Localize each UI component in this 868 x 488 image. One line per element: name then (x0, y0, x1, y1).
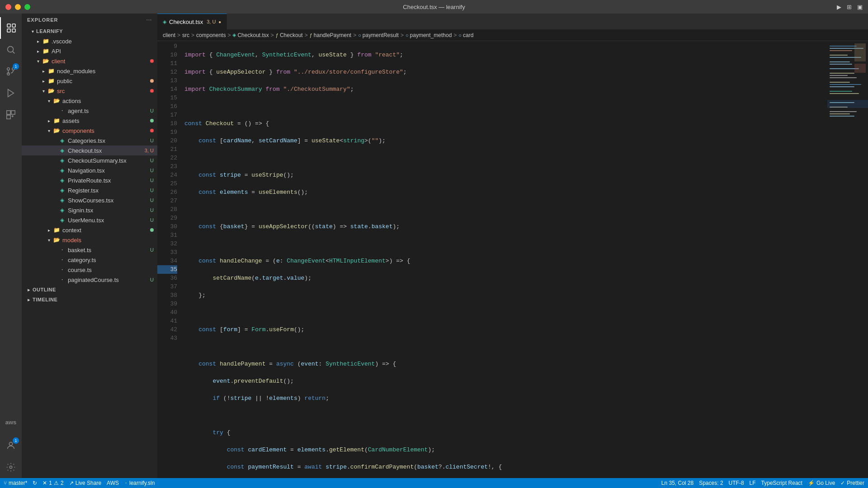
layout-icon[interactable]: ▣ (857, 4, 863, 10)
tree-item-client[interactable]: 📂 client (22, 56, 157, 66)
line-ending-status[interactable]: LF (750, 480, 756, 486)
sync-status[interactable]: ↻ (33, 480, 37, 486)
settings-activity-icon[interactable] (0, 456, 22, 478)
tree-item-actions[interactable]: 📂 actions (22, 96, 157, 106)
extensions-activity-icon[interactable] (0, 104, 22, 126)
breadcrumb-payment-method[interactable]: ○ payment_method (406, 32, 452, 38)
src-folder-icon: 📂 (47, 87, 55, 95)
tree-item-node-modules[interactable]: 📁 node_modules (22, 66, 157, 76)
aws-status[interactable]: AWS (107, 480, 119, 486)
svg-point-14 (9, 466, 12, 469)
tab-checkout[interactable]: ◈ Checkout.tsx 3, U ● (157, 14, 227, 29)
go-live-status[interactable]: ⚡ Go Live (808, 480, 835, 486)
tree-item-context[interactable]: 📁 context (22, 225, 157, 235)
go-live-label: Go Live (816, 480, 835, 486)
errors-status[interactable]: ✕ 1 ⚠ 2 (42, 480, 63, 486)
run-icon[interactable]: ▶ (837, 4, 841, 10)
live-share-status[interactable]: ↗ Live Share (69, 480, 101, 486)
tree-item-learnify[interactable]: LEARNIFY (22, 26, 157, 36)
tree-item-signin[interactable]: ◈ Signin.tsx U (22, 205, 157, 215)
tree-item-checkoutsummary[interactable]: ◈ CheckoutSummary.tsx U (22, 155, 157, 165)
breadcrumb-client[interactable]: client (163, 32, 175, 38)
showcourses-badge: U (150, 197, 154, 203)
categories-badge: U (150, 138, 154, 143)
tree-item-course[interactable]: ⬝ course.ts (22, 265, 157, 275)
checkout-file-icon: ◈ (58, 146, 66, 155)
tree-item-components[interactable]: 📂 components (22, 126, 157, 136)
maximize-button[interactable] (24, 4, 30, 10)
code-line-21: const handleChange = (e: ChangeEvent<HTM… (181, 257, 827, 265)
outline-section-header[interactable]: OUTLINE (22, 285, 157, 295)
code-line-24 (181, 308, 827, 317)
actions-folder-icon: 📂 (52, 97, 61, 105)
account-activity-icon[interactable]: 1 (0, 435, 22, 456)
solution-status[interactable]: ⬝ learnify.sln (124, 480, 155, 486)
code-line-11: import CheckoutSummary from "./CheckoutS… (181, 85, 827, 94)
tree-item-agent[interactable]: ⬝ agent.ts U (22, 106, 157, 116)
window-controls[interactable] (5, 4, 30, 10)
breadcrumb-handlepayment[interactable]: ƒ handlePayment (310, 32, 352, 38)
code-editor[interactable]: 9101112 13141516 17181920 21222324 25262… (157, 41, 868, 478)
tree-item-register[interactable]: ◈ Register.tsx U (22, 185, 157, 195)
git-branch-status[interactable]: ⑂ master* (4, 480, 27, 486)
encoding-status[interactable]: UTF-8 (729, 480, 744, 486)
breadcrumb-src[interactable]: src (182, 32, 189, 38)
prettier-icon: ✓ (840, 480, 845, 486)
breadcrumb-paymentresult[interactable]: ○ paymentResult (358, 32, 399, 38)
search-activity-icon[interactable] (0, 39, 22, 61)
tree-item-api[interactable]: 📁 API (22, 46, 157, 56)
svg-rect-21 (830, 61, 850, 62)
explorer-activity-icon[interactable] (0, 17, 22, 39)
prettier-status[interactable]: ✓ Prettier (840, 480, 864, 486)
code-content[interactable]: import { ChangeEvent, SyntheticEvent, us… (181, 41, 827, 478)
tree-item-privateroute[interactable]: ◈ PrivateRoute.tsx U (22, 175, 157, 185)
tree-item-paginated-course[interactable]: ⬝ paginatedCourse.ts U (22, 275, 157, 285)
file-tree[interactable]: LEARNIFY 📁 .vscode 📁 API 📂 client (22, 26, 157, 478)
tree-item-basket[interactable]: ⬝ basket.ts U (22, 245, 157, 255)
breadcrumb-tsx-icon: ◈ (232, 32, 236, 38)
close-button[interactable] (5, 4, 11, 10)
title-bar-actions[interactable]: ▶ ⊞ ▣ (837, 4, 863, 10)
breadcrumb-checkout-tsx[interactable]: ◈ Checkout.tsx (232, 32, 269, 38)
tree-item-models[interactable]: 📂 models (22, 235, 157, 245)
breadcrumb-card[interactable]: ○ card (458, 32, 473, 38)
sidebar-menu-button[interactable]: ··· (146, 17, 152, 23)
tree-item-category[interactable]: ⬝ category.ts (22, 255, 157, 265)
tree-item-vscode[interactable]: 📁 .vscode (22, 36, 157, 46)
vscode-folder-icon: 📁 (42, 37, 50, 45)
svg-rect-31 (830, 93, 859, 94)
chevron-actions (45, 97, 52, 104)
tab-modified-badge: 3, U (207, 19, 216, 24)
tree-item-public[interactable]: 📁 public (22, 76, 157, 86)
breadcrumb-components[interactable]: components (196, 32, 226, 38)
checkoutsummary-file-icon: ◈ (58, 156, 66, 164)
remote-explorer-activity-icon[interactable]: aws (0, 411, 22, 433)
run-debug-activity-icon[interactable] (0, 82, 22, 104)
minimize-button[interactable] (15, 4, 21, 10)
spaces-status[interactable]: Spaces: 2 (699, 480, 723, 486)
timeline-section-header[interactable]: TIMELINE (22, 295, 157, 305)
language-status[interactable]: TypeScript React (761, 480, 802, 486)
solution-label: learnify.sln (129, 480, 155, 486)
tree-item-usermenu[interactable]: ◈ UserMenu.tsx U (22, 215, 157, 225)
svg-rect-16 (830, 46, 857, 47)
minimap (827, 41, 868, 478)
tree-item-checkout[interactable]: ◈ Checkout.tsx 3, U (22, 145, 157, 155)
tree-item-categories[interactable]: ◈ Categories.tsx U (22, 136, 157, 145)
agent-file-icon: ⬝ (58, 107, 66, 115)
tree-item-assets[interactable]: 📁 assets (22, 116, 157, 126)
source-control-activity-icon[interactable]: 1 (0, 61, 22, 82)
live-share-label: Live Share (75, 480, 101, 486)
language-label: TypeScript React (761, 480, 802, 486)
breadcrumb-checkout-fn[interactable]: ƒ Checkout (276, 32, 303, 38)
outline-label: OUTLINE (33, 287, 56, 292)
course-file-icon: ⬝ (58, 266, 66, 274)
tree-item-navigation[interactable]: ◈ Navigation.tsx U (22, 165, 157, 175)
tree-item-src[interactable]: 📂 src (22, 86, 157, 96)
split-editor-icon[interactable]: ⊞ (847, 4, 852, 10)
tree-item-showcourses[interactable]: ◈ ShowCourses.tsx U (22, 195, 157, 205)
cursor-position-status[interactable]: Ln 35, Col 28 (661, 480, 693, 486)
svg-rect-3 (12, 29, 15, 32)
privateroute-file-icon: ◈ (58, 176, 66, 184)
svg-line-5 (13, 52, 14, 53)
